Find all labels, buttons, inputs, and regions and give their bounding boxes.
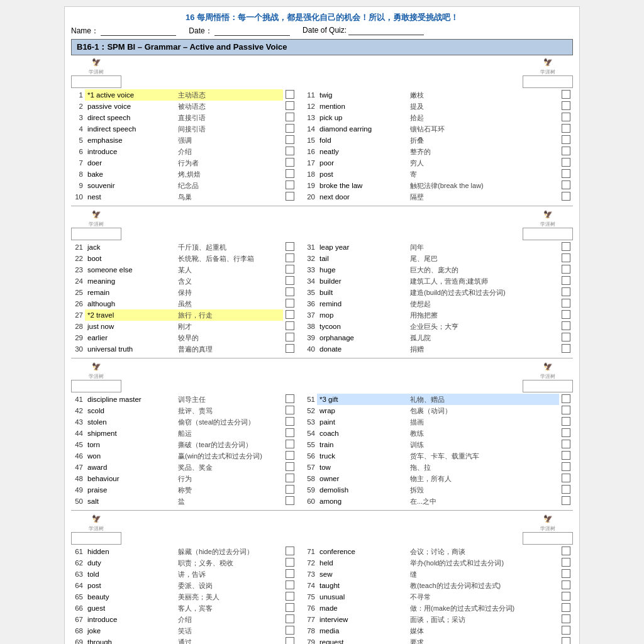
- checkbox-left[interactable]: [283, 546, 297, 557]
- checkbox-right[interactable]: [559, 332, 573, 343]
- checkbox-right[interactable]: [559, 343, 573, 355]
- checkbox-right[interactable]: [559, 484, 573, 496]
- checkbox-left[interactable]: [283, 416, 297, 428]
- score-box-left-2[interactable]: [71, 380, 121, 392]
- checkbox-left[interactable]: [283, 157, 297, 169]
- checkbox-left[interactable]: [283, 332, 297, 343]
- checkbox-left[interactable]: [283, 298, 297, 309]
- checkbox-right[interactable]: [559, 496, 573, 507]
- section-divider: [71, 206, 573, 206]
- checkbox-right[interactable]: [559, 450, 573, 462]
- checkbox-left[interactable]: [283, 496, 297, 507]
- item-en-left: remain: [85, 287, 176, 298]
- checkbox-left[interactable]: [283, 394, 297, 405]
- item-zh-left: 客人，宾客: [176, 602, 283, 614]
- score-box-right-3[interactable]: [523, 532, 573, 545]
- checkbox-left[interactable]: [283, 101, 297, 112]
- checkbox-left[interactable]: [283, 135, 297, 146]
- checkbox-right[interactable]: [559, 473, 573, 484]
- checkbox-right[interactable]: [559, 416, 573, 428]
- checkbox-right[interactable]: [559, 146, 573, 157]
- checkbox-left[interactable]: [283, 450, 297, 462]
- checkbox-right[interactable]: [559, 569, 573, 580]
- checkbox-left[interactable]: [283, 242, 297, 253]
- checkbox-left[interactable]: [283, 614, 297, 625]
- checkbox-right[interactable]: [559, 439, 573, 450]
- checkbox-right[interactable]: [559, 298, 573, 309]
- score-box-right-0[interactable]: [523, 75, 573, 88]
- checkbox-right[interactable]: [559, 309, 573, 321]
- item-zh-right: 缝: [408, 569, 559, 580]
- checkbox-right[interactable]: [559, 557, 573, 569]
- checkbox-right[interactable]: [559, 614, 573, 625]
- checkbox-right[interactable]: [559, 242, 573, 253]
- checkbox-left[interactable]: [283, 473, 297, 484]
- item-zh-left: 行为者: [176, 157, 283, 169]
- checkbox-right[interactable]: [559, 101, 573, 112]
- checkbox-right[interactable]: [559, 546, 573, 557]
- item-zh-right: 要求: [408, 636, 559, 644]
- checkbox-left[interactable]: [283, 275, 297, 287]
- item-zh-right: 建造(build的过去式和过去分词): [408, 287, 559, 298]
- checkbox-left[interactable]: [283, 253, 297, 264]
- checkbox-left[interactable]: [283, 625, 297, 636]
- score-box-left-3[interactable]: [71, 532, 121, 545]
- checkbox-right[interactable]: [559, 123, 573, 135]
- score-box-left-1[interactable]: [71, 228, 121, 240]
- checkbox-right[interactable]: [559, 112, 573, 123]
- checkbox-left[interactable]: [283, 309, 297, 321]
- checkbox-right[interactable]: [559, 636, 573, 644]
- checkbox-left[interactable]: [283, 428, 297, 439]
- checkbox-right[interactable]: [559, 428, 573, 439]
- checkbox-left[interactable]: [283, 180, 297, 191]
- checkbox-left[interactable]: [283, 591, 297, 602]
- checkbox-right[interactable]: [559, 180, 573, 191]
- checkbox-left[interactable]: [283, 439, 297, 450]
- checkbox-right[interactable]: [559, 253, 573, 264]
- checkbox-left[interactable]: [283, 569, 297, 580]
- checkbox-right[interactable]: [559, 89, 573, 101]
- checkbox-right[interactable]: [559, 264, 573, 275]
- score-box-left-0[interactable]: [71, 75, 121, 88]
- item-num-left: 23: [71, 264, 85, 275]
- item-num-left: 30: [71, 343, 85, 355]
- checkbox-left[interactable]: [283, 484, 297, 496]
- checkbox-right[interactable]: [559, 191, 573, 203]
- item-num-right: 40: [303, 343, 317, 355]
- checkbox-right[interactable]: [559, 625, 573, 636]
- checkbox-left[interactable]: [283, 343, 297, 355]
- checkbox-right[interactable]: [559, 462, 573, 473]
- checkbox-right[interactable]: [559, 591, 573, 602]
- checkbox-left[interactable]: [283, 557, 297, 569]
- checkbox-left[interactable]: [283, 321, 297, 332]
- checkbox-right[interactable]: [559, 321, 573, 332]
- checkbox-right[interactable]: [559, 157, 573, 169]
- item-zh-left: 介绍: [176, 614, 283, 625]
- checkbox-left[interactable]: [283, 89, 297, 101]
- checkbox-left[interactable]: [283, 264, 297, 275]
- checkbox-left[interactable]: [283, 462, 297, 473]
- checkbox-left[interactable]: [283, 169, 297, 180]
- checkbox-left[interactable]: [283, 580, 297, 591]
- checkbox-right[interactable]: [559, 394, 573, 405]
- checkbox-left[interactable]: [283, 123, 297, 135]
- checkbox-left[interactable]: [283, 287, 297, 298]
- checkbox-right[interactable]: [559, 602, 573, 614]
- checkbox-right[interactable]: [559, 405, 573, 416]
- checkbox-right[interactable]: [559, 580, 573, 591]
- checkbox-right[interactable]: [559, 169, 573, 180]
- score-box-right-1[interactable]: [523, 228, 573, 240]
- item-num-left: 45: [71, 439, 85, 450]
- checkbox-left[interactable]: [283, 146, 297, 157]
- score-box-right-2[interactable]: [523, 380, 573, 392]
- checkbox-left[interactable]: [283, 405, 297, 416]
- checkbox-left[interactable]: [283, 191, 297, 203]
- checkbox-right[interactable]: [559, 275, 573, 287]
- checkbox-left[interactable]: [283, 636, 297, 644]
- checkbox-left[interactable]: [283, 112, 297, 123]
- item-en-right: interview: [317, 614, 408, 625]
- item-num-left: 8: [71, 169, 85, 180]
- checkbox-right[interactable]: [559, 135, 573, 146]
- checkbox-left[interactable]: [283, 602, 297, 614]
- checkbox-right[interactable]: [559, 287, 573, 298]
